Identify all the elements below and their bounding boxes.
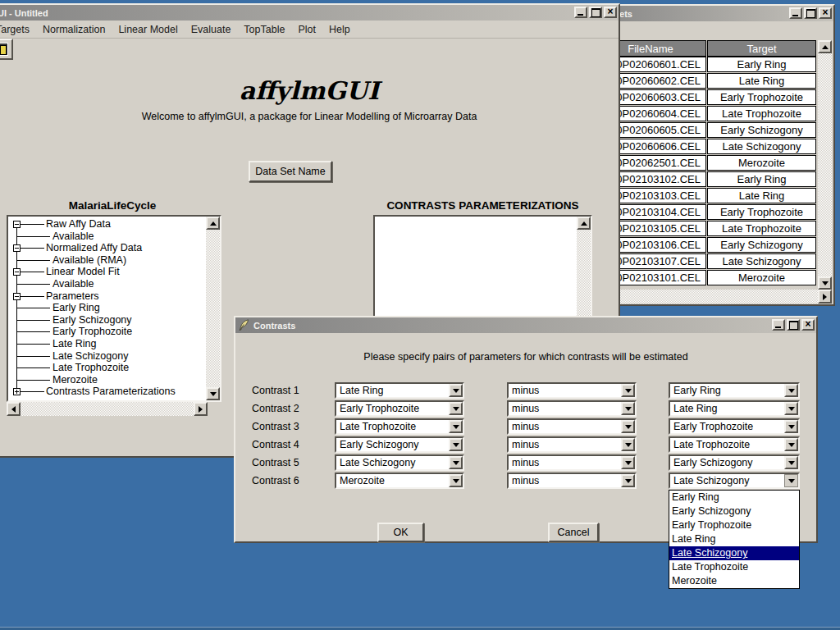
collapse-icon[interactable] [13,293,21,300]
tree-item[interactable]: Late Ring [8,338,206,350]
contrast-6-op-select[interactable]: minus [507,472,637,489]
minimize-button[interactable] [789,7,802,19]
contrast-3-left-select[interactable]: Late Trophozoite [335,418,464,435]
minimize-button[interactable] [574,7,587,18]
tree-item[interactable]: Early Schizogony [8,314,206,326]
tree-item[interactable]: Late Schizogony [8,350,206,363]
chevron-down-icon[interactable] [784,474,798,487]
maximize-button[interactable] [787,319,800,331]
main-titlebar[interactable]: affylmGUI - Untitled × [0,5,619,21]
contrast-2-right-select[interactable]: Late Ring [669,400,800,417]
target-cell: Merozoite [707,155,816,171]
data-set-name-button[interactable]: Data Set Name [249,161,332,182]
close-button[interactable]: × [801,319,815,331]
chevron-down-icon[interactable] [621,402,635,415]
chevron-down-icon[interactable] [449,474,463,487]
chevron-down-icon[interactable] [449,438,463,451]
chevron-down-icon[interactable] [449,384,463,397]
contrast-3-right-select[interactable]: Early Trophozoite [669,418,800,435]
contrast-1-op-select[interactable]: minus [507,382,637,399]
tree-item[interactable]: Available (RMA) [8,254,206,267]
contrast-6-left-select[interactable]: Merozoite [335,472,464,489]
contrast-2-op-select[interactable]: minus [507,400,637,417]
scroll-up-button[interactable] [818,40,832,53]
dropdown-option[interactable]: Early Schizogony [669,504,799,518]
close-button[interactable]: × [819,7,832,19]
contrasts-titlebar[interactable]: Contrasts × [235,317,816,333]
scroll-down-button[interactable] [818,276,832,290]
menu-help[interactable]: Help [322,22,357,37]
menu-plot[interactable]: Plot [291,22,322,37]
dropdown-option[interactable]: Early Ring [669,491,799,504]
contrast-1-left-select[interactable]: Late Ring [335,382,464,399]
tree-item[interactable]: Normalized Affy Data [8,242,206,254]
cancel-button[interactable]: Cancel [548,523,599,542]
tree-item[interactable]: Contrasts Parameterizations [8,386,206,398]
chevron-down-icon[interactable] [449,456,463,469]
column-header-target[interactable]: Target [707,40,816,57]
ok-button[interactable]: OK [377,523,424,542]
tree-item[interactable]: Linear Model Fit [8,266,206,278]
dropdown-option[interactable]: Merozoite [669,574,799,588]
menu-normalization[interactable]: Normalization [36,22,112,37]
contrast-4-op-select[interactable]: minus [507,436,637,453]
minimize-button[interactable] [772,319,785,331]
chevron-down-icon[interactable] [784,456,798,469]
collapse-icon[interactable] [13,268,21,276]
chevron-down-icon[interactable] [784,420,798,433]
status-tree[interactable]: Raw Affy Data Available Normalized Affy … [7,215,221,402]
tree-item[interactable]: Late Trophozoite [8,362,206,374]
menu-linear-model[interactable]: Linear Model [112,22,184,37]
menu-evaluate[interactable]: Evaluate [185,22,238,37]
target-cell: Early Schizogony [707,122,816,138]
contrast-4-right-select[interactable]: Late Trophozoite [669,436,800,453]
contrast-5-left-select[interactable]: Late Schizogony [335,454,464,471]
contrast-5-op-select[interactable]: minus [507,454,637,471]
chevron-down-icon[interactable] [784,438,798,451]
tree-item[interactable]: Merozoite [8,374,206,386]
menu-toptable[interactable]: TopTable [237,22,291,37]
scroll-down-button[interactable] [206,387,220,400]
tree-item[interactable]: Raw Affy Data [8,218,206,231]
scroll-up-button[interactable] [577,217,591,230]
contrast-1-right-select[interactable]: Early Ring [669,382,800,399]
horizontal-scrollbar[interactable] [7,402,208,416]
dropdown-option[interactable]: Late Ring [669,532,799,546]
contrast-6-right-select[interactable]: Late Schizogony [669,472,800,489]
chevron-down-icon[interactable] [449,402,463,415]
dropdown-option[interactable]: Late Trophozoite [669,560,799,574]
chevron-down-icon[interactable] [621,420,635,433]
tree-item[interactable]: Available [8,231,206,243]
contrast-2-left-select[interactable]: Early Trophozoite [335,400,464,417]
maximize-button[interactable] [589,7,602,18]
scroll-up-button[interactable] [206,217,220,230]
scroll-right-button[interactable] [818,290,832,304]
vertical-scrollbar[interactable] [818,40,832,290]
tree-item[interactable]: Early Trophozoite [8,326,206,338]
tree-item[interactable]: Early Ring [8,302,206,314]
menu-targets[interactable]: Targets [0,22,36,37]
chevron-down-icon[interactable] [621,438,635,451]
toolbar-button[interactable] [0,39,13,60]
maximize-button[interactable] [804,7,817,19]
chevron-down-icon[interactable] [621,384,635,397]
close-button[interactable]: × [604,7,617,18]
collapse-icon[interactable] [13,221,21,228]
scroll-left-button[interactable] [7,402,21,416]
contrast-4-left-select[interactable]: Early Schizogony [335,436,464,453]
scroll-right-button[interactable] [194,402,208,416]
collapse-icon[interactable] [13,244,21,252]
chevron-down-icon[interactable] [621,456,635,469]
dropdown-option-selected[interactable]: Late Schizogony [669,546,799,560]
contrast-3-op-select[interactable]: minus [507,418,637,435]
chevron-down-icon[interactable] [784,384,798,397]
tree-item[interactable]: Available [8,278,206,290]
chevron-down-icon[interactable] [449,420,463,433]
vertical-scrollbar[interactable] [206,217,220,400]
contrast-5-right-select[interactable]: Early Schizogony [669,454,800,471]
chevron-down-icon[interactable] [784,402,798,415]
chevron-down-icon[interactable] [621,474,635,487]
dropdown-option[interactable]: Early Trophozoite [669,518,799,532]
expand-icon[interactable] [13,388,21,395]
tree-item[interactable]: Parameters [8,290,206,303]
